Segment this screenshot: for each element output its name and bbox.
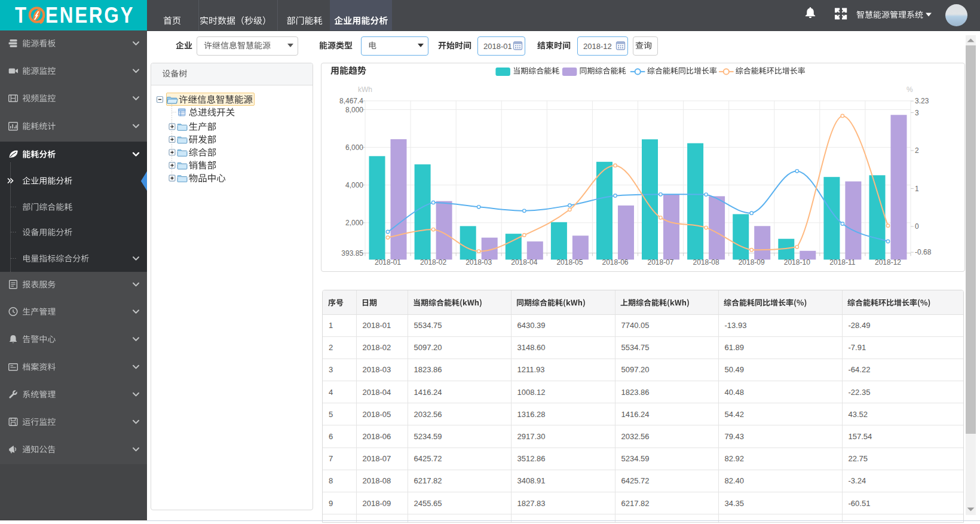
svg-text:0: 0 bbox=[915, 222, 919, 231]
svg-text:8,467.4: 8,467.4 bbox=[339, 97, 363, 105]
svg-text:2018-07: 2018-07 bbox=[647, 258, 673, 266]
svg-text:kWh: kWh bbox=[358, 85, 372, 93]
svg-text:2018-02: 2018-02 bbox=[420, 258, 446, 266]
svg-text:-0.68: -0.68 bbox=[915, 248, 932, 256]
svg-text:2018-06: 2018-06 bbox=[602, 258, 628, 266]
svg-text:2018-10: 2018-10 bbox=[784, 258, 810, 266]
svg-text:2018-08: 2018-08 bbox=[693, 258, 719, 266]
svg-text:2018-01: 2018-01 bbox=[375, 258, 401, 266]
svg-text:3: 3 bbox=[915, 108, 919, 117]
svg-text:2018-05: 2018-05 bbox=[556, 258, 583, 266]
svg-text:6,000: 6,000 bbox=[345, 143, 363, 151]
svg-text:8,000: 8,000 bbox=[345, 105, 363, 114]
svg-text:2,000: 2,000 bbox=[345, 219, 363, 227]
svg-text:%: % bbox=[906, 85, 913, 93]
svg-text:2018-12: 2018-12 bbox=[875, 258, 901, 266]
svg-text:2018-09: 2018-09 bbox=[739, 258, 765, 266]
svg-text:3.23: 3.23 bbox=[915, 97, 929, 105]
svg-text:2: 2 bbox=[915, 146, 919, 155]
svg-text:2018-03: 2018-03 bbox=[466, 258, 492, 266]
svg-text:1: 1 bbox=[915, 184, 919, 192]
svg-text:2018-11: 2018-11 bbox=[829, 258, 855, 266]
svg-text:393.85: 393.85 bbox=[341, 249, 363, 257]
svg-text:2018-04: 2018-04 bbox=[511, 258, 537, 266]
svg-text:4,000: 4,000 bbox=[345, 180, 363, 189]
